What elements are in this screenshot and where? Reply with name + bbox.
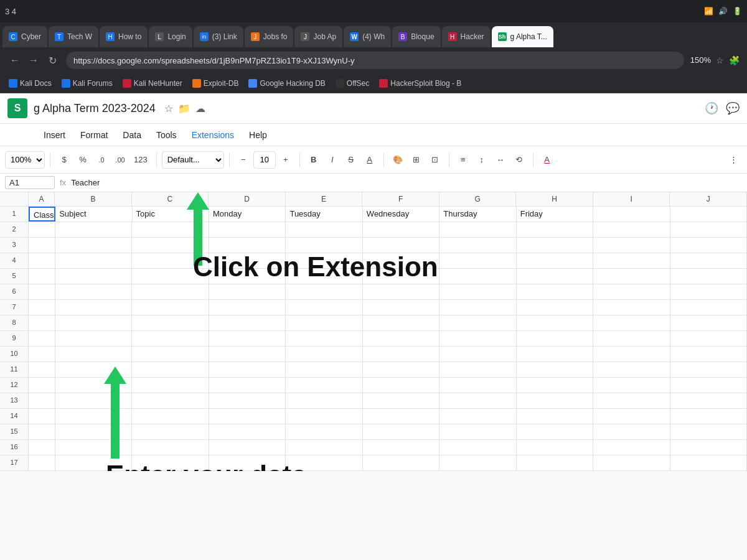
cell-i15[interactable] bbox=[593, 424, 670, 439]
cell-d3[interactable] bbox=[209, 238, 286, 253]
cell-e12[interactable] bbox=[286, 378, 362, 393]
font-name-select[interactable]: Default... Arial Times New Roman bbox=[162, 151, 224, 169]
fontsize-increase-btn[interactable]: + bbox=[277, 151, 294, 169]
cell-c13[interactable] bbox=[132, 393, 209, 408]
cell-d1[interactable]: Monday bbox=[209, 207, 286, 222]
cell-e14[interactable] bbox=[286, 409, 362, 424]
cell-i2[interactable] bbox=[593, 222, 670, 237]
cell-e15[interactable] bbox=[286, 424, 362, 439]
borders-btn[interactable]: ⊞ bbox=[408, 151, 425, 169]
col-header-d[interactable]: D bbox=[209, 192, 286, 206]
cell-d16[interactable] bbox=[209, 440, 286, 455]
col-header-f[interactable]: F bbox=[362, 192, 439, 206]
cell-h15[interactable] bbox=[517, 424, 593, 439]
cell-a14[interactable] bbox=[29, 409, 55, 424]
cell-f8[interactable] bbox=[363, 315, 439, 330]
cell-d12[interactable] bbox=[209, 378, 286, 393]
strikethrough-btn[interactable]: S bbox=[342, 151, 360, 169]
cell-h11[interactable] bbox=[517, 362, 593, 377]
cell-e4[interactable] bbox=[286, 253, 362, 268]
cell-j13[interactable] bbox=[670, 393, 747, 408]
cell-a17[interactable] bbox=[29, 455, 55, 470]
cell-b7[interactable] bbox=[55, 300, 132, 315]
col-header-i[interactable]: I bbox=[593, 192, 670, 206]
cell-a5[interactable] bbox=[29, 269, 55, 284]
cell-a10[interactable] bbox=[29, 347, 55, 362]
cell-g3[interactable] bbox=[439, 238, 516, 253]
cell-c7[interactable] bbox=[132, 300, 209, 315]
cell-b16[interactable] bbox=[55, 440, 132, 455]
cell-g11[interactable] bbox=[439, 362, 516, 377]
cell-c17[interactable] bbox=[132, 455, 209, 470]
reload-button[interactable]: ↻ bbox=[45, 55, 60, 67]
cell-g4[interactable] bbox=[439, 253, 516, 268]
cell-d17[interactable] bbox=[209, 455, 286, 470]
cell-h4[interactable] bbox=[517, 253, 593, 268]
cell-h6[interactable] bbox=[517, 284, 593, 299]
tab-bloque[interactable]: B Bloque bbox=[392, 26, 440, 47]
cell-c11[interactable] bbox=[132, 362, 209, 377]
cell-d14[interactable] bbox=[209, 409, 286, 424]
tab-cyber[interactable]: C Cyber bbox=[2, 26, 47, 47]
cell-d15[interactable] bbox=[209, 424, 286, 439]
more-options-btn[interactable]: ⋮ bbox=[725, 151, 742, 169]
cell-h17[interactable] bbox=[517, 455, 593, 470]
cell-f10[interactable] bbox=[363, 347, 439, 362]
cell-c6[interactable] bbox=[132, 284, 209, 299]
cell-b13[interactable] bbox=[55, 393, 132, 408]
cell-i13[interactable] bbox=[593, 393, 670, 408]
wrap-btn[interactable]: ↔ bbox=[492, 151, 509, 169]
cell-a11[interactable] bbox=[29, 362, 55, 377]
cell-f9[interactable] bbox=[363, 331, 439, 346]
cell-f2[interactable] bbox=[363, 222, 439, 237]
cell-h12[interactable] bbox=[517, 378, 593, 393]
cell-b17[interactable] bbox=[55, 455, 132, 470]
cell-h3[interactable] bbox=[517, 238, 593, 253]
cell-j5[interactable] bbox=[670, 269, 747, 284]
cell-c9[interactable] bbox=[132, 331, 209, 346]
tab-jobap[interactable]: J Job Ap bbox=[294, 26, 342, 47]
cell-a13[interactable] bbox=[29, 393, 55, 408]
cell-e8[interactable] bbox=[286, 315, 362, 330]
cell-i1[interactable] bbox=[593, 207, 670, 222]
halign-btn[interactable]: ≡ bbox=[454, 151, 472, 169]
history-icon[interactable]: 🕐 bbox=[705, 101, 718, 115]
cell-e10[interactable] bbox=[286, 347, 362, 362]
col-header-c[interactable]: C bbox=[132, 192, 209, 206]
cell-j7[interactable] bbox=[670, 300, 747, 315]
cell-f7[interactable] bbox=[363, 300, 439, 315]
cell-h7[interactable] bbox=[517, 300, 593, 315]
cell-h14[interactable] bbox=[517, 409, 593, 424]
cell-e1[interactable]: Tuesday bbox=[286, 207, 362, 222]
cell-c8[interactable] bbox=[132, 315, 209, 330]
cell-f4[interactable] bbox=[363, 253, 439, 268]
cell-g8[interactable] bbox=[439, 315, 516, 330]
cell-e6[interactable] bbox=[286, 284, 362, 299]
cell-d9[interactable] bbox=[209, 331, 286, 346]
underline-btn[interactable]: A bbox=[361, 151, 378, 169]
currency-btn[interactable]: $ bbox=[55, 151, 73, 169]
cell-d11[interactable] bbox=[209, 362, 286, 377]
cell-g5[interactable] bbox=[439, 269, 516, 284]
decimal-increase-btn[interactable]: .00 bbox=[111, 151, 129, 169]
col-header-h[interactable]: H bbox=[516, 192, 593, 206]
bookmark-kali-docs[interactable]: Kali Docs bbox=[5, 77, 55, 90]
cell-a15[interactable] bbox=[29, 424, 55, 439]
cell-i11[interactable] bbox=[593, 362, 670, 377]
cell-i3[interactable] bbox=[593, 238, 670, 253]
cell-b5[interactable] bbox=[55, 269, 132, 284]
cell-j4[interactable] bbox=[670, 253, 747, 268]
cell-i4[interactable] bbox=[593, 253, 670, 268]
cell-j16[interactable] bbox=[670, 440, 747, 455]
cell-b8[interactable] bbox=[55, 315, 132, 330]
cell-b3[interactable] bbox=[55, 238, 132, 253]
cell-c15[interactable] bbox=[132, 424, 209, 439]
cell-i9[interactable] bbox=[593, 331, 670, 346]
cell-f15[interactable] bbox=[363, 424, 439, 439]
cell-b10[interactable] bbox=[55, 347, 132, 362]
cell-c1[interactable]: Topic bbox=[133, 207, 209, 222]
bookmark-ghdb[interactable]: Google Hacking DB bbox=[245, 77, 329, 90]
cell-e5[interactable] bbox=[286, 269, 362, 284]
cell-b4[interactable] bbox=[55, 253, 132, 268]
cell-j6[interactable] bbox=[670, 284, 747, 299]
